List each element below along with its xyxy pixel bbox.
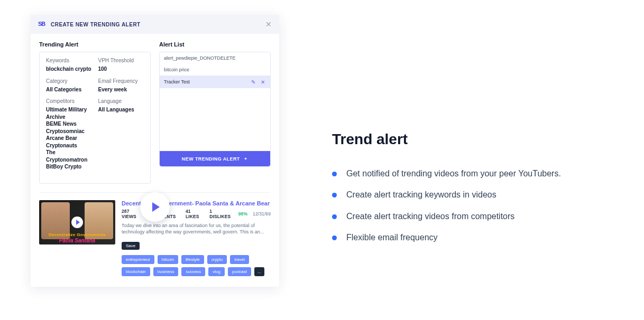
new-trending-alert-button[interactable]: NEW TRENDING ALERT ＋ bbox=[160, 151, 270, 166]
tag[interactable]: travel bbox=[230, 255, 249, 264]
video-tags: entrepreneur bitcoin lifestyle crypto tr… bbox=[122, 255, 271, 276]
bullet-icon bbox=[332, 236, 337, 240]
language-value: All Languages bbox=[98, 106, 144, 114]
play-icon bbox=[71, 217, 83, 228]
trending-alert-column: Trending Alert Keywords blockchain crypt… bbox=[39, 41, 151, 184]
marketing-copy: Trend alert Get notified of trending vid… bbox=[332, 131, 607, 253]
video-date: 12/31/69 bbox=[253, 211, 271, 217]
list-item-selected[interactable]: Tracker Test ✎ ✕ bbox=[160, 76, 270, 88]
dislikes-count: 1 DISLIKES bbox=[209, 209, 233, 219]
thumb-caption: Decentralize Governments bbox=[39, 232, 115, 237]
video-thumbnail[interactable]: Decentralize Governments Paola Santana bbox=[39, 200, 115, 244]
app-logo: SB bbox=[38, 21, 47, 28]
category-label: Category bbox=[46, 78, 92, 84]
tag[interactable]: business bbox=[153, 267, 179, 276]
more-tags-button[interactable]: ... bbox=[254, 267, 264, 276]
play-icon bbox=[152, 202, 160, 212]
feature-text: Get notified of trending videos from you… bbox=[346, 168, 561, 180]
trending-alert-dialog: SB CREATE NEW TRENDING ALERT ✕ Trending … bbox=[31, 15, 279, 287]
list-item-label: Tracker Test bbox=[164, 79, 190, 84]
feature-item: Flexible email frequency bbox=[332, 232, 607, 243]
dialog-header: SB CREATE NEW TRENDING ALERT ✕ bbox=[31, 15, 279, 34]
keywords-field[interactable]: Keywords blockchain crypto bbox=[46, 58, 92, 73]
list-item[interactable]: alert_pewdiepie_DONOTDELETE bbox=[160, 52, 270, 64]
list-item[interactable]: bitcoin price bbox=[160, 64, 270, 76]
category-field[interactable]: Category All Categories bbox=[46, 78, 92, 93]
email-freq-label: Email Frequency bbox=[98, 78, 144, 84]
vph-label: VPH Threshold bbox=[98, 58, 144, 63]
alert-list-heading: Alert List bbox=[159, 41, 271, 48]
likes-count: 41 LIKES bbox=[186, 209, 204, 219]
feature-text: Create alert tracking keywords in videos bbox=[346, 189, 496, 201]
plus-icon: ＋ bbox=[243, 155, 248, 162]
email-freq-field[interactable]: Email Frequency Every week bbox=[98, 78, 144, 93]
feature-item: Create alert tracking videos from compet… bbox=[332, 211, 607, 222]
page-title: Trend alert bbox=[332, 131, 607, 148]
bullet-icon bbox=[332, 172, 337, 176]
play-overlay-button[interactable] bbox=[140, 192, 170, 222]
feature-item: Get notified of trending videos from you… bbox=[332, 168, 607, 180]
tag[interactable]: success bbox=[181, 267, 205, 276]
tag[interactable]: entrepreneur bbox=[122, 255, 154, 264]
bullet-icon bbox=[332, 193, 337, 197]
tag[interactable]: blockchain bbox=[122, 267, 150, 276]
feature-item: Create alert tracking keywords in videos bbox=[332, 189, 607, 201]
trending-alert-heading: Trending Alert bbox=[39, 41, 151, 48]
bullet-icon bbox=[332, 214, 337, 219]
delete-icon[interactable]: ✕ bbox=[260, 79, 266, 85]
save-button[interactable]: Save bbox=[122, 242, 140, 250]
alert-form: Keywords blockchain crypto VPH Threshold… bbox=[39, 52, 151, 184]
keywords-label: Keywords bbox=[46, 58, 92, 63]
new-alert-label: NEW TRENDING ALERT bbox=[182, 156, 240, 162]
alert-list-column: Alert List alert_pewdiepie_DONOTDELETE b… bbox=[159, 41, 271, 184]
vph-value: 100 bbox=[98, 65, 144, 73]
keywords-value: blockchain crypto bbox=[46, 65, 92, 73]
tag[interactable]: podcast bbox=[228, 267, 251, 276]
competitors-label: Competitors bbox=[46, 98, 92, 104]
tag[interactable]: vlog bbox=[208, 267, 225, 276]
feature-text: Flexible email frequency bbox=[346, 232, 438, 243]
competitors-value: Ultimate Military Archive BEME News Cryp… bbox=[46, 106, 92, 171]
vph-field[interactable]: VPH Threshold 100 bbox=[98, 58, 144, 73]
tag[interactable]: lifestyle bbox=[181, 255, 204, 264]
close-icon[interactable]: ✕ bbox=[265, 20, 272, 29]
category-value: All Categories bbox=[46, 86, 92, 93]
thumb-name: Paola Santana bbox=[39, 238, 115, 243]
email-freq-value: Every week bbox=[98, 86, 144, 93]
video-description: Today we dive into an area of fascinatio… bbox=[122, 222, 271, 236]
like-ratio: 98% bbox=[238, 211, 247, 217]
tag[interactable]: bitcoin bbox=[158, 255, 178, 264]
tag[interactable]: crypto bbox=[207, 255, 227, 264]
competitors-field[interactable]: Competitors Ultimate Military Archive BE… bbox=[46, 98, 92, 171]
dialog-body: Trending Alert Keywords blockchain crypt… bbox=[31, 34, 279, 192]
language-field[interactable]: Language All Languages bbox=[98, 98, 144, 171]
alert-list: alert_pewdiepie_DONOTDELETE bitcoin pric… bbox=[159, 52, 271, 167]
feature-text: Create alert tracking videos from compet… bbox=[346, 211, 514, 222]
edit-icon[interactable]: ✎ bbox=[250, 79, 256, 85]
dialog-title: CREATE NEW TRENDING ALERT bbox=[51, 22, 141, 27]
language-label: Language bbox=[98, 98, 144, 104]
